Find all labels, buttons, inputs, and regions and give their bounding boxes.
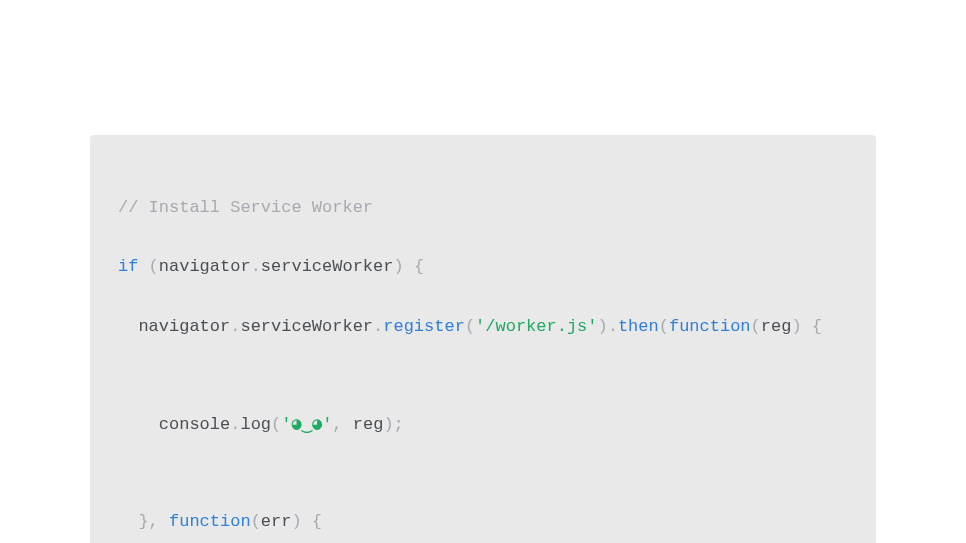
- code-line-3: navigator.serviceWorker.register('/worke…: [118, 312, 848, 342]
- code-line-4: console.log('◕‿◕', reg);: [118, 410, 848, 440]
- code-line-5: }, function(err) {: [118, 507, 848, 537]
- code-block: // Install Service Worker if (navigator.…: [90, 135, 876, 543]
- comment-text: // Install Service Worker: [118, 198, 373, 217]
- code-line-1: // Install Service Worker: [118, 193, 848, 223]
- code-line-2: if (navigator.serviceWorker) {: [118, 252, 848, 282]
